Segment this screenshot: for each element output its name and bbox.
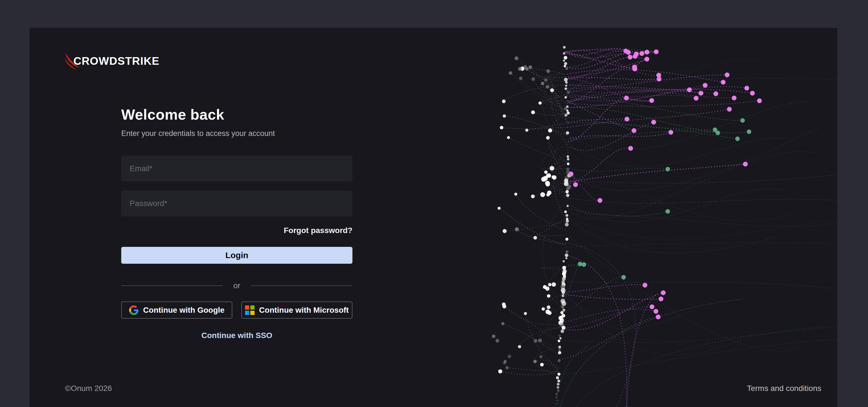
login-card: CROWDSTRIKE Welcome back Enter your cred…	[30, 28, 837, 407]
copyright-text: ©Onum 2026	[65, 384, 112, 393]
continue-with-sso-link[interactable]: Continue with SSO	[202, 331, 272, 340]
google-button-label: Continue with Google	[143, 306, 224, 315]
continue-with-microsoft-button[interactable]: Continue with Microsoft	[241, 301, 352, 319]
google-icon	[129, 306, 139, 315]
password-field[interactable]	[121, 191, 352, 216]
forgot-password-link[interactable]: Forgot password?	[284, 226, 352, 235]
divider-line-left	[121, 285, 223, 286]
social-login-row: Continue with Google Continue with Micro…	[121, 301, 352, 319]
login-form: Welcome back Enter your credentials to a…	[121, 106, 352, 340]
email-field[interactable]	[121, 156, 352, 181]
terms-and-conditions-link[interactable]: Terms and conditions	[747, 384, 821, 393]
continue-with-google-button[interactable]: Continue with Google	[121, 301, 232, 319]
crowdstrike-logo: CROWDSTRIKE	[64, 53, 159, 70]
sso-row: Continue with SSO	[121, 331, 352, 340]
microsoft-button-label: Continue with Microsoft	[259, 306, 349, 315]
forgot-password-row: Forgot password?	[121, 226, 352, 235]
divider-line-right	[251, 285, 352, 286]
microsoft-icon	[245, 306, 254, 315]
page-subtitle: Enter your credentials to access your ac…	[121, 129, 352, 138]
page-title: Welcome back	[121, 106, 352, 123]
divider-label: or	[223, 281, 251, 290]
login-button[interactable]: Login	[121, 247, 352, 264]
or-divider: or	[121, 281, 352, 290]
crowdstrike-logo-text: CROWDSTRIKE	[73, 55, 159, 67]
